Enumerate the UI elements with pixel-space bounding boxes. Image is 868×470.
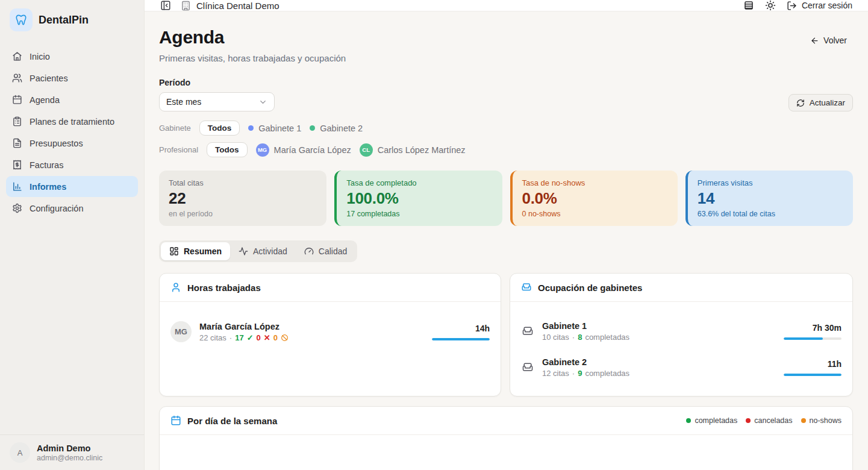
hours-value: 7h 30m [784, 323, 841, 333]
stats-row: Total citas 22 en el período Tasa de com… [159, 171, 853, 226]
logout-button[interactable]: Cerrar sesión [787, 1, 852, 11]
home-icon [12, 51, 22, 61]
professional-all-button[interactable]: Todos [207, 142, 248, 157]
progress-bar [784, 337, 841, 340]
users-icon [12, 73, 22, 83]
occupancy-row: Gabinete 1 10 citas · 8 completadas 7h 3… [521, 321, 841, 342]
progress-bar [432, 338, 490, 340]
check-icon: ✓ [247, 333, 254, 342]
sidebar-item-agenda[interactable]: Agenda [6, 89, 138, 110]
sidebar: DentalPin Inicio Pacientes Agenda Planes… [0, 0, 145, 470]
gauge-icon [304, 246, 314, 256]
legend-completadas: completadas [686, 416, 737, 425]
tooth-logo-icon [10, 8, 33, 31]
cabinet-option-1[interactable]: Gabinete 1 [248, 124, 301, 133]
person-icon [170, 282, 181, 293]
card-title: Horas trabajadas [187, 283, 261, 293]
avatar: MG [170, 321, 192, 342]
file-text-icon [12, 138, 22, 148]
professional-filter-label: Profesional [159, 145, 198, 154]
refresh-button[interactable]: Actualizar [788, 94, 853, 111]
page-title: Agenda [159, 27, 224, 48]
professional-stats: 22 citas · 17 ✓ 0 ✕ 0 [199, 333, 424, 342]
sidebar-item-facturas[interactable]: Facturas [6, 154, 138, 175]
brand-name: DentalPin [39, 14, 89, 27]
hours-value: 14h [432, 324, 490, 333]
stat-total-citas: Total citas 22 en el período [159, 171, 326, 226]
gear-icon [12, 203, 22, 213]
period-select[interactable]: Este mes [159, 92, 275, 111]
sidebar-user[interactable]: A Admin Demo admin@demo.clinic [0, 434, 144, 470]
tab-resumen[interactable]: Resumen [161, 242, 230, 260]
arrow-left-icon [810, 36, 819, 45]
professional-option-1[interactable]: MG María García López [256, 143, 351, 157]
professional-filter: Profesional Todos MG María García López … [159, 142, 853, 157]
hours-worked-card: Horas trabajadas MG María García López 2… [159, 273, 501, 396]
calendar-icon [170, 415, 181, 426]
back-button[interactable]: Volver [804, 32, 853, 49]
cabinet-name: Gabinete 2 [542, 357, 776, 367]
avatar: MG [256, 143, 269, 157]
armchair-icon [521, 282, 532, 293]
clinic-selector[interactable]: Clínica Dental Demo [181, 1, 279, 11]
professional-option-2[interactable]: CL Carlos López Martínez [360, 143, 466, 157]
card-title: Ocupación de gabinetes [538, 283, 642, 293]
x-icon: ✕ [264, 333, 270, 342]
tab-actividad[interactable]: Actividad [230, 242, 296, 260]
chevron-down-icon [258, 98, 267, 107]
data-rows-button[interactable] [743, 0, 754, 11]
activity-icon [239, 246, 248, 256]
panel-left-icon [160, 0, 171, 11]
topbar: Clínica Dental Demo Cerrar sesión [145, 0, 868, 11]
report-content: Agenda Volver Primeras visitas, horas tr… [145, 11, 868, 470]
stat-primeras-visitas: Primeras visitas 14 63.6% del total de c… [685, 171, 853, 226]
sidebar-item-configuracion[interactable]: Configuración [6, 198, 138, 219]
cabinet-stats: 12 citas · 9 completadas [542, 369, 776, 378]
sidebar-item-planes[interactable]: Planes de tratamiento [6, 111, 138, 132]
hours-row: MG María García López 22 citas · 17 ✓ 0 … [170, 321, 490, 342]
card-title: Por día de la semana [187, 416, 277, 426]
clipboard-list-icon [12, 116, 22, 127]
theme-toggle-button[interactable] [765, 0, 776, 11]
ban-icon [281, 334, 289, 342]
refresh-icon [796, 99, 805, 107]
period-label: Período [159, 78, 853, 87]
clinic-name: Clínica Dental Demo [196, 1, 279, 11]
building-icon [181, 1, 191, 11]
cabinet-occupancy-card: Ocupación de gabinetes Gabinete 1 10 cit… [510, 273, 853, 396]
sidebar-item-presupuestos[interactable]: Presupuestos [6, 133, 138, 154]
sidebar-toggle-button[interactable] [160, 0, 171, 11]
cabinet-name: Gabinete 1 [542, 321, 776, 331]
weekday-card: Por día de la semana completadas cancela… [159, 406, 853, 470]
cabinet-option-2[interactable]: Gabinete 2 [310, 124, 363, 133]
avatar: A [10, 442, 30, 463]
page-subtitle: Primeras visitas, horas trabajadas y ocu… [159, 53, 853, 63]
sidebar-item-pacientes[interactable]: Pacientes [6, 67, 138, 89]
armchair-icon [521, 362, 534, 374]
tab-calidad[interactable]: Calidad [296, 242, 355, 260]
legend-noshows: no-shows [801, 416, 842, 425]
progress-bar [784, 374, 841, 376]
cabinet-all-button[interactable]: Todos [199, 121, 240, 136]
armchair-icon [521, 325, 534, 337]
bar-chart-icon [12, 181, 22, 192]
sidebar-item-inicio[interactable]: Inicio [6, 46, 138, 67]
sun-icon [765, 0, 776, 11]
cabinet-filter-label: Gabinete [159, 124, 191, 133]
cabinet-filter: Gabinete Todos Gabinete 1 Gabinete 2 [159, 121, 853, 136]
user-name: Admin Demo [37, 443, 102, 453]
occupancy-row: Gabinete 2 12 citas · 9 completadas 11h [521, 357, 841, 378]
stat-tasa-completado: Tasa de completado 100.0% 17 completadas [334, 171, 502, 226]
cabinet-color-dot [310, 125, 315, 131]
receipt-icon [12, 160, 22, 170]
calendar-icon [12, 95, 22, 105]
brand: DentalPin [0, 0, 144, 41]
view-tabs: Resumen Actividad Calidad [159, 240, 357, 262]
sidebar-item-informes[interactable]: Informes [6, 176, 138, 197]
professional-name: María García López [199, 322, 424, 331]
user-email: admin@demo.clinic [37, 454, 102, 462]
legend-canceladas: canceladas [746, 416, 792, 425]
cabinet-stats: 10 citas · 8 completadas [542, 333, 776, 342]
avatar: CL [360, 143, 373, 157]
logout-icon [787, 1, 797, 11]
